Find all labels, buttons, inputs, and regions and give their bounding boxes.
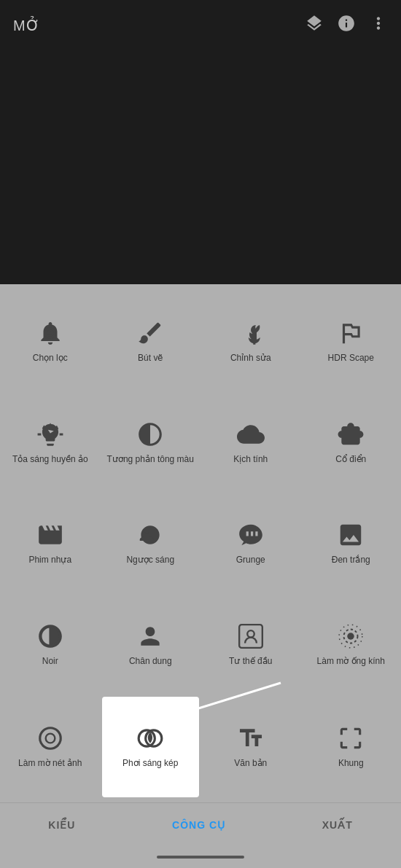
tool-kich-tinh[interactable]: Kịch tính	[200, 392, 301, 493]
tool-but-ve[interactable]: Bút vẽ	[101, 292, 201, 392]
tool-van-ban[interactable]: Văn bản	[200, 695, 301, 799]
tool-den-trang[interactable]: Đen trắng	[301, 493, 402, 594]
page-title: MỞ	[13, 17, 305, 34]
camera-view: MỞ	[0, 0, 401, 284]
tool-label-chinh-sua: Chỉnh sửa	[230, 353, 271, 364]
tool-label-van-ban: Văn bản	[234, 758, 267, 770]
tool-label-grunge: Grunge	[236, 555, 265, 566]
tool-chon-loc[interactable]: Chọn lọc	[0, 292, 101, 392]
toolbar: MỞ	[0, 0, 401, 51]
tool-label-chan-dung: Chân dung	[129, 656, 172, 668]
tool-lam-mo-net-anh[interactable]: Làm mờ nét ảnh	[0, 695, 101, 799]
tool-label-tuong-phan: Tương phản tông màu	[107, 454, 194, 466]
tool-chan-dung[interactable]: Chân dung	[101, 594, 201, 695]
tool-label-phoi-sang-kep: Phơi sáng kép	[122, 758, 178, 770]
tool-phim-nhua[interactable]: Phim nhựa	[0, 493, 101, 594]
tab-cong-cu[interactable]: CÔNG CỤ	[172, 819, 225, 831]
svg-point-1	[48, 332, 52, 335]
tool-toa-sang[interactable]: Tỏa sáng huyền ảo	[0, 392, 101, 493]
svg-rect-4	[239, 625, 262, 648]
tool-nguoc-sang[interactable]: Ngược sáng	[101, 493, 201, 594]
tool-grunge[interactable]: Grunge	[200, 493, 301, 594]
tool-label-co-dien: Cổ điển	[335, 454, 366, 466]
bottom-tabs: KIỂU CÔNG CỤ XUẤT	[0, 802, 401, 846]
more-options-icon[interactable]	[369, 14, 388, 37]
tool-label-tu-the-dau: Tư thế đầu	[229, 656, 272, 668]
info-icon[interactable]	[337, 14, 356, 37]
svg-point-6	[348, 633, 355, 640]
toolbar-icons	[305, 14, 388, 37]
tool-label-toa-sang: Tỏa sáng huyền ảo	[12, 454, 88, 466]
tool-label-chon-loc: Chọn lọc	[33, 353, 68, 364]
tool-label-den-trang: Đen trắng	[332, 555, 370, 566]
svg-point-2	[145, 531, 149, 535]
tools-grid: Chọn lọc Bút vẽ Chỉnh sửa HDR Scape	[0, 284, 401, 802]
tool-label-phim-nhua: Phim nhựa	[28, 555, 71, 566]
tool-label-lam-mo-net-anh: Làm mờ nét ảnh	[18, 758, 82, 770]
tool-label-lam-mo-ong-kinh: Làm mờ ống kính	[317, 656, 385, 668]
tab-xuat[interactable]: XUẤT	[322, 819, 353, 831]
home-bar	[157, 856, 244, 859]
tool-tu-the-dau[interactable]: Tư thế đầu	[200, 594, 301, 695]
svg-point-10	[45, 734, 55, 743]
tool-lam-mo-ong-kinh[interactable]: Làm mờ ống kính	[301, 594, 402, 695]
home-indicator	[0, 846, 401, 868]
tool-hdr-scape[interactable]: HDR Scape	[301, 292, 402, 392]
tools-panel: Chọn lọc Bút vẽ Chỉnh sửa HDR Scape	[0, 284, 401, 868]
tab-kieu[interactable]: KIỂU	[48, 819, 75, 831]
tool-khung[interactable]: Khung	[301, 695, 402, 799]
tool-label-nguoc-sang: Ngược sáng	[126, 555, 174, 566]
tool-label-noir: Noir	[42, 656, 58, 668]
tool-label-kich-tinh: Kịch tính	[233, 454, 268, 466]
tool-noir[interactable]: Noir	[0, 594, 101, 695]
svg-point-9	[40, 728, 61, 749]
tool-phoi-sang-kep[interactable]: Phơi sáng kép	[102, 697, 200, 797]
svg-point-5	[247, 630, 254, 638]
tool-chinh-sua[interactable]: Chỉnh sửa	[200, 292, 301, 392]
tool-label-hdr-scape: HDR Scape	[328, 353, 374, 364]
tool-label-but-ve: Bút vẽ	[138, 353, 163, 364]
layers-icon[interactable]	[305, 14, 324, 37]
tool-label-khung: Khung	[338, 758, 364, 770]
tool-co-dien[interactable]: Cổ điển	[301, 392, 402, 493]
tool-tuong-phan[interactable]: Tương phản tông màu	[101, 392, 201, 493]
